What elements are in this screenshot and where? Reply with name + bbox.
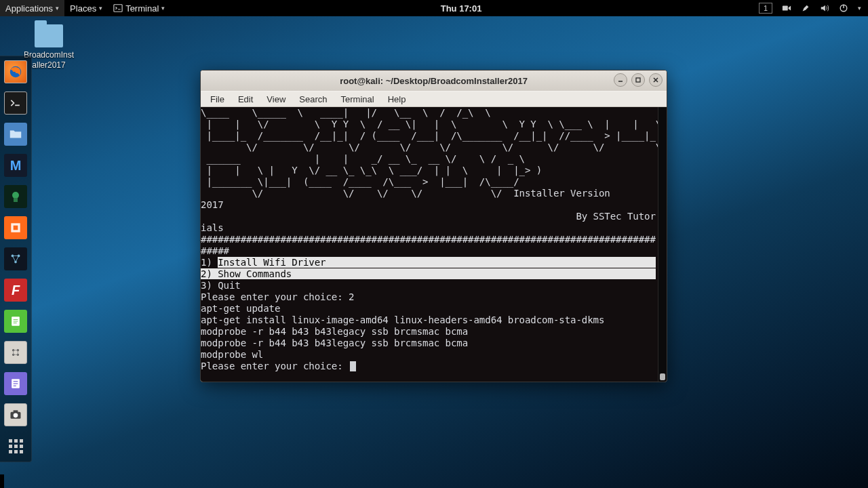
workspace-badge[interactable]: 1 (759, 3, 772, 14)
menu-file[interactable]: File (203, 92, 231, 106)
applications-label: Applications (5, 3, 53, 14)
maximize-button[interactable] (631, 73, 645, 87)
scrollbar-thumb[interactable] (660, 373, 665, 380)
cmd-line: apt-get install linux-image-amd64 linux-… (201, 314, 604, 325)
window-title: root@kali: ~/Desktop/BroadcomInstaller20… (340, 76, 528, 86)
hash-line: ########################################… (201, 234, 656, 245)
banner-year: 2017 (201, 199, 224, 210)
terminal-output[interactable]: \____ \_____ \ ____| |/ \__ \ / /_\ \ | … (201, 107, 658, 382)
dock-item-screenshot[interactable] (4, 403, 27, 426)
dock-item-apps-grid[interactable] (4, 434, 27, 458)
dock-item-firefox[interactable] (4, 60, 27, 83)
terminal-window: root@kali: ~/Desktop/BroadcomInstaller20… (200, 70, 667, 382)
cmd-line: modprobe -r b44 b43 b43legacy ssb brcmsm… (201, 338, 468, 348)
menu-opt-3: 3) Quit (201, 280, 241, 291)
byline-wrap: ials (201, 222, 224, 233)
ascii-line: \/ \/ \/ \/ \/ \/ \/ \/ \/ \/ \/ (201, 142, 658, 152)
volume-icon[interactable] (820, 3, 829, 13)
menubar: File Edit View Search Terminal Help (201, 91, 667, 107)
dock-item-faraday[interactable]: F (4, 279, 27, 302)
chevron-down-icon: ▾ (99, 5, 102, 12)
ascii-line: |____|_ /_______ /__|_| / (____ /___| /\… (201, 130, 658, 141)
svg-rect-26 (14, 410, 18, 412)
record-icon[interactable] (782, 3, 791, 13)
ascii-line: | | \ | Y \/ __ \_ \_\ \ ___/ | | \ | |_… (201, 165, 542, 176)
close-button[interactable] (649, 73, 663, 87)
dock-item-editor[interactable] (4, 372, 27, 395)
applications-menu[interactable]: Applications▾ (0, 0, 64, 16)
minimize-button[interactable] (614, 73, 627, 87)
cmd-line: apt-get update (201, 303, 280, 314)
terminal-icon (113, 3, 123, 13)
chevron-down-icon: ▾ (161, 5, 165, 12)
dock-item-files[interactable] (4, 123, 27, 146)
menu-opt-2: 2) Show Commands (201, 268, 292, 279)
chevron-down-icon: ▾ (56, 5, 59, 12)
svg-rect-8 (14, 226, 18, 230)
svg-rect-1 (783, 6, 788, 11)
ascii-line: ______ | | _/ __ \_ __ \/ \ / _ \ (201, 153, 525, 164)
prompt-line: Please enter your choice: (201, 361, 349, 371)
svg-rect-0 (114, 5, 122, 12)
menu-terminal[interactable]: Terminal (334, 92, 381, 106)
top-panel: Applications▾ Places▾ Terminal▾ Thu 17:0… (0, 0, 868, 16)
menu-view[interactable]: View (260, 92, 292, 106)
cursor-icon (350, 361, 356, 371)
brush-icon[interactable] (801, 3, 810, 13)
hash-line: ##### (201, 245, 229, 256)
banner-line: \/ \/ \/ \/ \/ Installer Version (201, 188, 616, 199)
cmd-line: modprobe -r b44 b43 b43legacy ssb brcmsm… (201, 326, 468, 337)
dock-item-metasploit[interactable]: M (4, 154, 27, 177)
chevron-down-icon[interactable]: ▾ (858, 5, 861, 12)
dock-item-terminal[interactable] (4, 92, 27, 115)
dock: M F (0, 56, 32, 462)
dock-item-armitage[interactable] (4, 185, 27, 208)
menu-opt-1: 1) Install Wifi Driver (201, 257, 656, 268)
places-label: Places (70, 3, 96, 14)
dock-item-burp[interactable] (4, 216, 27, 239)
dock-item-leafpad[interactable] (4, 310, 27, 333)
folder-icon (35, 24, 63, 47)
svg-rect-6 (14, 198, 18, 202)
svg-rect-28 (636, 78, 640, 82)
dock-item-tweaks[interactable] (4, 341, 27, 364)
bottom-panel-hint (0, 474, 4, 488)
titlebar[interactable]: root@kali: ~/Desktop/BroadcomInstaller20… (201, 70, 667, 91)
power-icon[interactable] (839, 3, 848, 13)
svg-point-25 (14, 413, 18, 418)
terminal-app-menu[interactable]: Terminal▾ (108, 0, 170, 16)
ascii-line: | | \/ \ Y Y \ / __ \| | \ \ Y Y \ \___ … (201, 119, 658, 129)
scrollbar[interactable] (658, 107, 667, 382)
ascii-line: \____ \_____ \ ____| |/ \__ \ / /_\ \ (201, 107, 491, 118)
selected-text: Install Wifi Driver (218, 257, 326, 268)
clock[interactable]: Thu 17:01 (170, 3, 752, 14)
menu-edit[interactable]: Edit (231, 92, 260, 106)
dock-item-maltego[interactable] (4, 247, 27, 270)
menu-search[interactable]: Search (292, 92, 334, 106)
terminal-app-label: Terminal (125, 3, 159, 14)
places-menu[interactable]: Places▾ (64, 0, 108, 16)
menu-help[interactable]: Help (381, 92, 413, 106)
byline: By SSTec Tutor (201, 211, 656, 222)
ascii-line: |_______ \|___| (____ /____ /\___ > |___… (201, 176, 525, 187)
cmd-line: modprobe wl (201, 349, 263, 360)
svg-point-5 (12, 192, 19, 199)
prompt-line: Please enter your choice: 2 (201, 291, 354, 302)
